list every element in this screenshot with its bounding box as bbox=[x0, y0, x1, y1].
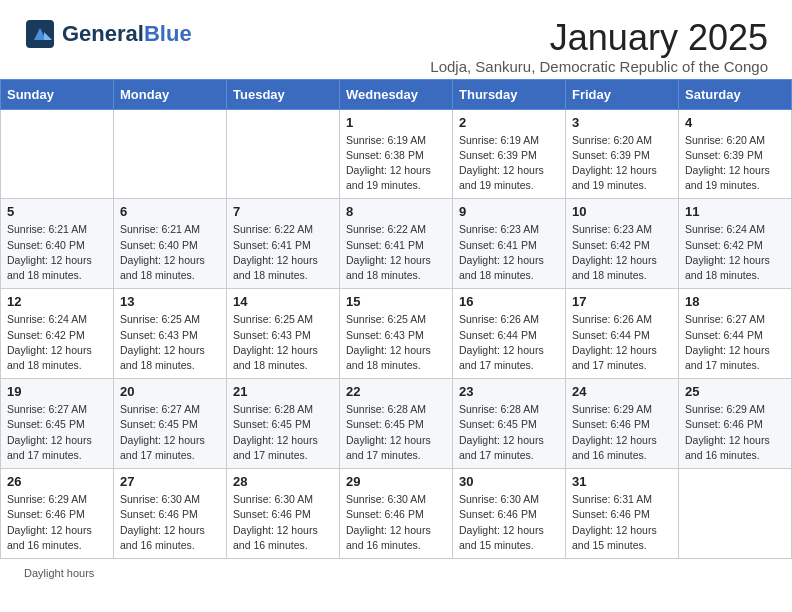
day-info: Sunrise: 6:22 AM Sunset: 6:41 PM Dayligh… bbox=[233, 222, 333, 283]
day-info: Sunrise: 6:26 AM Sunset: 6:44 PM Dayligh… bbox=[459, 312, 559, 373]
calendar-table: SundayMondayTuesdayWednesdayThursdayFrid… bbox=[0, 79, 792, 559]
calendar-week-row: 5Sunrise: 6:21 AM Sunset: 6:40 PM Daylig… bbox=[1, 199, 792, 289]
page-container: GeneralBlue January 2025 Lodja, Sankuru,… bbox=[0, 0, 792, 587]
logo-icon bbox=[24, 18, 56, 50]
day-number: 13 bbox=[120, 294, 220, 309]
calendar-day-cell: 29Sunrise: 6:30 AM Sunset: 6:46 PM Dayli… bbox=[340, 469, 453, 559]
day-number: 29 bbox=[346, 474, 446, 489]
day-number: 22 bbox=[346, 384, 446, 399]
calendar-day-cell: 2Sunrise: 6:19 AM Sunset: 6:39 PM Daylig… bbox=[453, 109, 566, 199]
day-number: 9 bbox=[459, 204, 559, 219]
calendar-day-cell: 5Sunrise: 6:21 AM Sunset: 6:40 PM Daylig… bbox=[1, 199, 114, 289]
days-of-week-row: SundayMondayTuesdayWednesdayThursdayFrid… bbox=[1, 79, 792, 109]
day-info: Sunrise: 6:29 AM Sunset: 6:46 PM Dayligh… bbox=[685, 402, 785, 463]
day-number: 19 bbox=[7, 384, 107, 399]
footer: Daylight hours bbox=[0, 559, 792, 587]
calendar-day-cell: 26Sunrise: 6:29 AM Sunset: 6:46 PM Dayli… bbox=[1, 469, 114, 559]
day-number: 24 bbox=[572, 384, 672, 399]
day-of-week-header: Thursday bbox=[453, 79, 566, 109]
day-info: Sunrise: 6:22 AM Sunset: 6:41 PM Dayligh… bbox=[346, 222, 446, 283]
day-info: Sunrise: 6:28 AM Sunset: 6:45 PM Dayligh… bbox=[346, 402, 446, 463]
day-info: Sunrise: 6:23 AM Sunset: 6:42 PM Dayligh… bbox=[572, 222, 672, 283]
day-number: 2 bbox=[459, 115, 559, 130]
calendar-body: 1Sunrise: 6:19 AM Sunset: 6:38 PM Daylig… bbox=[1, 109, 792, 558]
day-info: Sunrise: 6:31 AM Sunset: 6:46 PM Dayligh… bbox=[572, 492, 672, 553]
calendar-day-cell: 17Sunrise: 6:26 AM Sunset: 6:44 PM Dayli… bbox=[566, 289, 679, 379]
day-of-week-header: Friday bbox=[566, 79, 679, 109]
calendar-day-cell: 18Sunrise: 6:27 AM Sunset: 6:44 PM Dayli… bbox=[679, 289, 792, 379]
title-block: January 2025 Lodja, Sankuru, Democratic … bbox=[430, 18, 768, 75]
day-number: 23 bbox=[459, 384, 559, 399]
calendar-day-cell: 20Sunrise: 6:27 AM Sunset: 6:45 PM Dayli… bbox=[114, 379, 227, 469]
day-info: Sunrise: 6:25 AM Sunset: 6:43 PM Dayligh… bbox=[120, 312, 220, 373]
calendar-day-cell: 27Sunrise: 6:30 AM Sunset: 6:46 PM Dayli… bbox=[114, 469, 227, 559]
day-info: Sunrise: 6:23 AM Sunset: 6:41 PM Dayligh… bbox=[459, 222, 559, 283]
day-info: Sunrise: 6:24 AM Sunset: 6:42 PM Dayligh… bbox=[685, 222, 785, 283]
calendar-day-cell: 21Sunrise: 6:28 AM Sunset: 6:45 PM Dayli… bbox=[227, 379, 340, 469]
daylight-hours-label: Daylight hours bbox=[24, 567, 94, 579]
day-info: Sunrise: 6:28 AM Sunset: 6:45 PM Dayligh… bbox=[233, 402, 333, 463]
calendar-day-cell: 14Sunrise: 6:25 AM Sunset: 6:43 PM Dayli… bbox=[227, 289, 340, 379]
day-info: Sunrise: 6:26 AM Sunset: 6:44 PM Dayligh… bbox=[572, 312, 672, 373]
day-number: 20 bbox=[120, 384, 220, 399]
calendar-day-cell: 30Sunrise: 6:30 AM Sunset: 6:46 PM Dayli… bbox=[453, 469, 566, 559]
day-number: 3 bbox=[572, 115, 672, 130]
calendar-day-cell: 15Sunrise: 6:25 AM Sunset: 6:43 PM Dayli… bbox=[340, 289, 453, 379]
day-number: 8 bbox=[346, 204, 446, 219]
calendar-day-cell: 22Sunrise: 6:28 AM Sunset: 6:45 PM Dayli… bbox=[340, 379, 453, 469]
day-number: 4 bbox=[685, 115, 785, 130]
day-info: Sunrise: 6:27 AM Sunset: 6:44 PM Dayligh… bbox=[685, 312, 785, 373]
calendar-day-cell: 19Sunrise: 6:27 AM Sunset: 6:45 PM Dayli… bbox=[1, 379, 114, 469]
calendar-day-cell: 7Sunrise: 6:22 AM Sunset: 6:41 PM Daylig… bbox=[227, 199, 340, 289]
calendar-day-cell: 25Sunrise: 6:29 AM Sunset: 6:46 PM Dayli… bbox=[679, 379, 792, 469]
day-number: 14 bbox=[233, 294, 333, 309]
day-number: 27 bbox=[120, 474, 220, 489]
day-number: 7 bbox=[233, 204, 333, 219]
calendar-day-cell: 6Sunrise: 6:21 AM Sunset: 6:40 PM Daylig… bbox=[114, 199, 227, 289]
calendar-day-cell: 11Sunrise: 6:24 AM Sunset: 6:42 PM Dayli… bbox=[679, 199, 792, 289]
day-info: Sunrise: 6:30 AM Sunset: 6:46 PM Dayligh… bbox=[346, 492, 446, 553]
day-info: Sunrise: 6:19 AM Sunset: 6:38 PM Dayligh… bbox=[346, 133, 446, 194]
day-info: Sunrise: 6:19 AM Sunset: 6:39 PM Dayligh… bbox=[459, 133, 559, 194]
calendar-day-cell bbox=[679, 469, 792, 559]
day-number: 25 bbox=[685, 384, 785, 399]
day-info: Sunrise: 6:29 AM Sunset: 6:46 PM Dayligh… bbox=[7, 492, 107, 553]
calendar-week-row: 12Sunrise: 6:24 AM Sunset: 6:42 PM Dayli… bbox=[1, 289, 792, 379]
calendar-day-cell: 28Sunrise: 6:30 AM Sunset: 6:46 PM Dayli… bbox=[227, 469, 340, 559]
day-info: Sunrise: 6:30 AM Sunset: 6:46 PM Dayligh… bbox=[120, 492, 220, 553]
day-info: Sunrise: 6:27 AM Sunset: 6:45 PM Dayligh… bbox=[7, 402, 107, 463]
day-info: Sunrise: 6:28 AM Sunset: 6:45 PM Dayligh… bbox=[459, 402, 559, 463]
calendar-day-cell: 13Sunrise: 6:25 AM Sunset: 6:43 PM Dayli… bbox=[114, 289, 227, 379]
day-info: Sunrise: 6:20 AM Sunset: 6:39 PM Dayligh… bbox=[572, 133, 672, 194]
day-info: Sunrise: 6:21 AM Sunset: 6:40 PM Dayligh… bbox=[120, 222, 220, 283]
logo: GeneralBlue bbox=[24, 18, 192, 50]
logo-text: GeneralBlue bbox=[62, 21, 192, 47]
day-of-week-header: Wednesday bbox=[340, 79, 453, 109]
calendar-day-cell: 3Sunrise: 6:20 AM Sunset: 6:39 PM Daylig… bbox=[566, 109, 679, 199]
calendar-day-cell: 4Sunrise: 6:20 AM Sunset: 6:39 PM Daylig… bbox=[679, 109, 792, 199]
day-info: Sunrise: 6:27 AM Sunset: 6:45 PM Dayligh… bbox=[120, 402, 220, 463]
calendar-day-cell: 10Sunrise: 6:23 AM Sunset: 6:42 PM Dayli… bbox=[566, 199, 679, 289]
calendar-title: January 2025 bbox=[430, 18, 768, 58]
calendar-day-cell: 31Sunrise: 6:31 AM Sunset: 6:46 PM Dayli… bbox=[566, 469, 679, 559]
day-number: 26 bbox=[7, 474, 107, 489]
day-number: 21 bbox=[233, 384, 333, 399]
calendar-day-cell: 9Sunrise: 6:23 AM Sunset: 6:41 PM Daylig… bbox=[453, 199, 566, 289]
day-number: 6 bbox=[120, 204, 220, 219]
day-info: Sunrise: 6:24 AM Sunset: 6:42 PM Dayligh… bbox=[7, 312, 107, 373]
calendar-day-cell: 1Sunrise: 6:19 AM Sunset: 6:38 PM Daylig… bbox=[340, 109, 453, 199]
calendar-day-cell bbox=[1, 109, 114, 199]
day-number: 12 bbox=[7, 294, 107, 309]
calendar-day-cell: 23Sunrise: 6:28 AM Sunset: 6:45 PM Dayli… bbox=[453, 379, 566, 469]
day-of-week-header: Tuesday bbox=[227, 79, 340, 109]
day-info: Sunrise: 6:25 AM Sunset: 6:43 PM Dayligh… bbox=[346, 312, 446, 373]
day-info: Sunrise: 6:30 AM Sunset: 6:46 PM Dayligh… bbox=[459, 492, 559, 553]
day-of-week-header: Sunday bbox=[1, 79, 114, 109]
day-number: 31 bbox=[572, 474, 672, 489]
day-info: Sunrise: 6:20 AM Sunset: 6:39 PM Dayligh… bbox=[685, 133, 785, 194]
day-of-week-header: Monday bbox=[114, 79, 227, 109]
day-number: 1 bbox=[346, 115, 446, 130]
day-info: Sunrise: 6:30 AM Sunset: 6:46 PM Dayligh… bbox=[233, 492, 333, 553]
calendar-day-cell bbox=[227, 109, 340, 199]
calendar-day-cell: 16Sunrise: 6:26 AM Sunset: 6:44 PM Dayli… bbox=[453, 289, 566, 379]
